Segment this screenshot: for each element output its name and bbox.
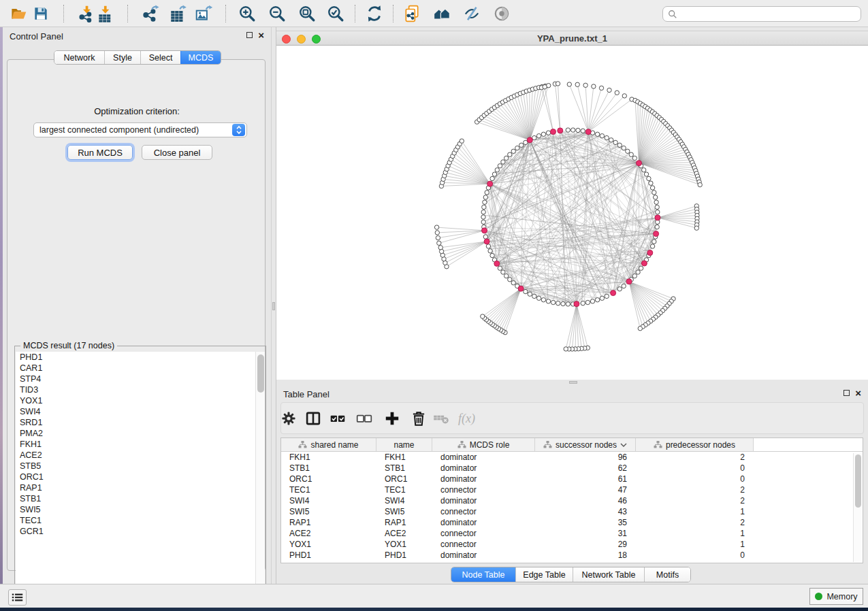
result-scrollbar[interactable] [255,352,265,595]
mcds-result-node[interactable]: YOX1 [16,395,265,406]
network-node[interactable] [615,90,619,95]
mcds-result-node[interactable]: RAP1 [16,482,265,493]
network-node[interactable] [543,85,547,89]
table-row[interactable]: TEC1TEC1connector472 [281,484,863,495]
network-node[interactable] [434,225,438,229]
network-node[interactable] [551,300,555,304]
network-node[interactable] [595,132,599,136]
network-node[interactable] [654,200,658,204]
show-hidden-icon[interactable] [493,5,511,22]
network-node[interactable] [581,129,585,133]
mcds-result-node[interactable]: STP4 [16,374,265,384]
table-row[interactable]: ORC1ORC1dominator610 [281,474,863,484]
network-node[interactable] [613,140,617,144]
mcds-node[interactable] [482,228,487,233]
import-table-icon[interactable] [96,5,114,22]
network-node[interactable] [546,131,550,135]
show-columns-icon[interactable] [304,410,322,427]
mcds-node[interactable] [611,291,616,296]
open-file-icon[interactable] [10,5,28,22]
zoom-selected-icon[interactable] [327,5,344,22]
mcds-node[interactable] [487,181,493,186]
network-node[interactable] [490,176,494,180]
network-node[interactable] [508,278,512,282]
network-node[interactable] [481,215,485,219]
network-node[interactable] [609,138,613,142]
table-row[interactable]: SWI4SWI4dominator462 [281,495,863,506]
table-row[interactable]: PHD1PHD1dominator180 [281,550,863,561]
close-panel-button[interactable]: Close panel [142,145,212,160]
column-header-shared-name[interactable]: shared name [281,438,376,451]
network-node[interactable] [492,172,496,176]
network-node[interactable] [437,241,441,245]
horizontal-splitter-handle[interactable] [569,381,577,384]
mcds-node[interactable] [654,231,659,237]
network-node[interactable] [622,146,626,150]
network-node[interactable] [546,299,550,303]
run-mcds-button[interactable]: Run MCDS [67,145,133,160]
network-node[interactable] [524,289,528,293]
network-node[interactable] [595,298,599,302]
float-panel-icon[interactable] [246,32,253,38]
network-node[interactable] [655,205,659,209]
network-node[interactable] [541,132,545,136]
float-panel-icon[interactable] [843,390,850,396]
mcds-result-node[interactable]: CAR1 [16,363,265,374]
table-row[interactable]: STB1STB1dominator620 [281,463,863,474]
tab-edge-table[interactable]: Edge Table [515,567,573,582]
table-settings-gear-icon[interactable] [280,410,298,427]
houses-icon[interactable] [433,5,451,22]
network-node[interactable] [632,156,637,160]
mcds-node[interactable] [585,129,591,135]
mcds-node[interactable] [494,261,500,266]
table-row[interactable]: FKH1FKH1dominator962 [281,452,863,463]
network-node[interactable] [626,149,630,153]
network-node[interactable] [644,172,648,176]
result-scrollbar-thumb[interactable] [257,354,264,393]
network-node[interactable] [652,240,656,244]
network-node[interactable] [556,82,560,86]
mcds-result-node[interactable]: TID3 [16,384,265,395]
network-node[interactable] [605,135,609,139]
network-node[interactable] [482,205,486,209]
network-node[interactable] [629,152,633,156]
export-network-icon[interactable] [142,5,159,22]
close-panel-icon[interactable]: × [855,389,861,397]
network-node[interactable] [590,299,594,303]
network-node[interactable] [495,168,499,172]
mcds-node[interactable] [484,239,489,244]
network-node[interactable] [532,294,536,298]
network-node[interactable] [564,347,568,351]
mcds-node[interactable] [641,261,647,266]
mcds-result-list[interactable]: PHD1CAR1STP4TID3YOX1SWI4SRD1PMA2FKH1ACE2… [16,352,265,595]
network-node[interactable] [483,200,487,204]
tab-network[interactable]: Network [54,51,104,64]
vertical-splitter-handle[interactable] [272,302,275,310]
network-node[interactable] [504,274,509,278]
network-node[interactable] [636,270,640,274]
network-node[interactable] [481,314,485,318]
network-node[interactable] [556,301,560,306]
vertical-splitter[interactable] [271,27,276,584]
network-node[interactable] [498,266,502,270]
network-node[interactable] [483,235,487,239]
zoom-out-icon[interactable] [268,5,286,22]
network-node[interactable] [585,300,590,304]
network-node[interactable] [501,160,505,164]
network-node[interactable] [571,128,575,132]
network-node[interactable] [652,191,656,195]
network-node[interactable] [642,168,646,172]
select-all-icon[interactable] [329,410,347,427]
mcds-node[interactable] [655,215,660,220]
network-node[interactable] [488,249,492,253]
export-table-icon[interactable] [169,5,187,22]
mcds-node[interactable] [574,301,579,307]
network-node[interactable] [617,287,622,291]
new-network-from-selection-icon[interactable] [403,5,421,22]
mcds-result-node[interactable]: ORC1 [16,472,265,482]
tab-network-table[interactable]: Network Table [573,567,644,582]
network-node[interactable] [650,244,654,248]
mcds-result-node[interactable]: STB1 [16,493,265,504]
network-node[interactable] [435,231,439,235]
mcds-node[interactable] [527,137,532,143]
